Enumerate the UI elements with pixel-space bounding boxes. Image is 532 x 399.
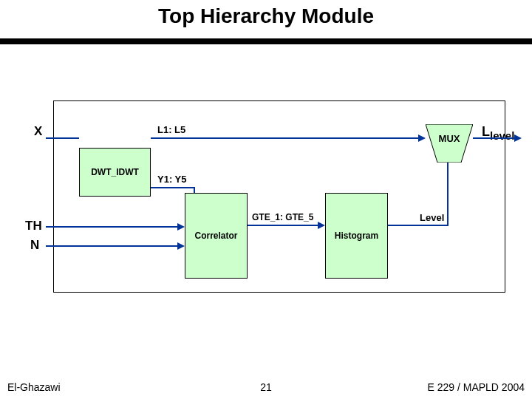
wire-gte (248, 225, 318, 226)
port-n-label: N (30, 238, 39, 253)
wire-level-h (388, 225, 449, 226)
slide: Top Hierarchy Module DWT_IDWT Correlator… (0, 0, 532, 399)
output-llevel: Llevel (482, 124, 514, 142)
title-divider (0, 38, 532, 44)
block-correlator: Correlator (185, 193, 248, 279)
arrow-n-icon (177, 242, 185, 250)
wire-y1y5-h (151, 187, 195, 188)
wire-gte-label: GTE_1: GTE_5 (252, 212, 313, 222)
arrow-gte-icon (318, 222, 325, 229)
wire-n (46, 245, 177, 247)
wire-x (46, 137, 79, 139)
wire-level-v (447, 163, 449, 226)
wire-out (473, 137, 514, 139)
wire-l1l5 (151, 137, 418, 139)
wire-y1y5-v (194, 187, 195, 193)
arrow-th-icon (177, 223, 185, 231)
block-dwt-idwt: DWT_IDWT (79, 148, 151, 197)
port-x-label: X (34, 124, 42, 139)
wire-y1y5-label: Y1: Y5 (157, 174, 187, 185)
l-prefix: L (482, 124, 490, 139)
slide-title: Top Hierarchy Module (0, 4, 532, 28)
port-th-label: TH (25, 219, 42, 233)
wire-l1l5-label: L1: L5 (157, 124, 185, 135)
l-sub: level (490, 129, 514, 142)
arrow-out-icon (514, 134, 522, 142)
arrow-into-mux-icon (418, 134, 426, 142)
mux-label: MUX (426, 133, 473, 144)
wire-level-label: Level (420, 212, 444, 223)
wire-th (46, 226, 177, 228)
footer-conf: E 229 / MAPLD 2004 (427, 381, 525, 393)
block-histogram: Histogram (325, 193, 388, 279)
